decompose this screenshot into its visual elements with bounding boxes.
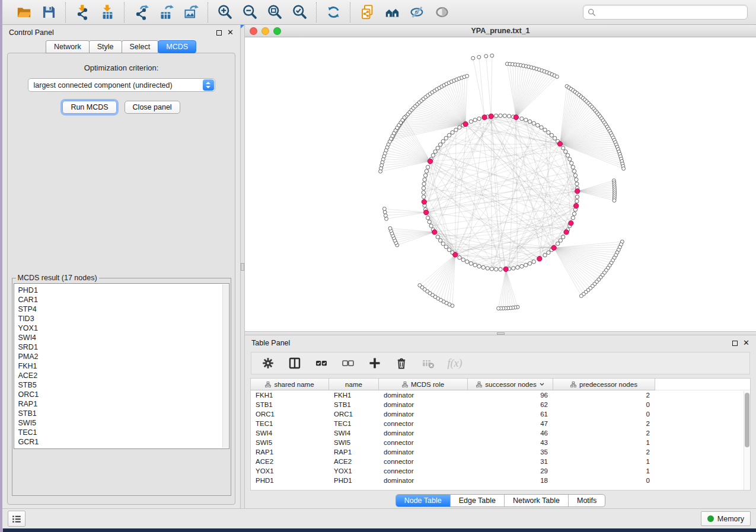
graph-node[interactable] <box>575 178 578 181</box>
zoom-fit-button[interactable] <box>265 3 284 22</box>
graph-node[interactable] <box>571 216 575 220</box>
split-columns-button[interactable] <box>287 355 302 371</box>
graph-node[interactable] <box>469 262 473 265</box>
graph-node[interactable] <box>571 165 575 169</box>
network-graph[interactable] <box>245 37 756 331</box>
graph-node[interactable] <box>473 118 477 121</box>
network-canvas[interactable] <box>245 37 756 331</box>
graph-node[interactable] <box>384 214 387 217</box>
graph-node-mcds[interactable] <box>432 230 437 235</box>
mcds-result-item[interactable]: STP4 <box>18 305 225 314</box>
column-header-shared_name[interactable]: shared name <box>251 379 329 390</box>
settings-button[interactable] <box>260 355 276 371</box>
table-scrollbar[interactable] <box>744 391 750 490</box>
import-network-button[interactable] <box>73 3 92 22</box>
graph-node[interactable] <box>528 262 531 265</box>
graph-node[interactable] <box>382 207 386 211</box>
table-tab-node-table[interactable]: Node Table <box>396 495 450 507</box>
graph-node[interactable] <box>613 198 616 202</box>
graph-node[interactable] <box>559 239 562 242</box>
minimize-window-button[interactable] <box>261 27 269 35</box>
graph-node[interactable] <box>499 114 502 117</box>
zoom-in-button[interactable] <box>215 3 234 22</box>
table-row[interactable]: FKH1FKH1dominator962 <box>251 390 750 400</box>
close-panel-action-button[interactable]: Close panel <box>125 101 180 114</box>
graph-node[interactable] <box>622 167 626 171</box>
graph-node-mcds[interactable] <box>453 252 458 257</box>
table-row[interactable]: SWI5SWI5connector431 <box>251 438 750 447</box>
graph-node[interactable] <box>465 260 469 264</box>
graph-node[interactable] <box>486 267 489 270</box>
zoom-window-button[interactable] <box>273 27 281 35</box>
graph-node[interactable] <box>572 212 576 216</box>
graph-node[interactable] <box>422 191 425 194</box>
mcds-result-item[interactable]: STB5 <box>18 380 225 390</box>
graph-node-mcds[interactable] <box>422 200 426 204</box>
mcds-result-list[interactable]: PHD1CAR1STP4TID3YOX1SWI4SRD1PMA2FKH1ACE2… <box>14 283 229 449</box>
graph-node-mcds[interactable] <box>574 203 579 208</box>
graph-node[interactable] <box>403 116 406 119</box>
graph-node[interactable] <box>444 136 448 140</box>
export-network-button[interactable] <box>132 3 151 22</box>
task-history-button[interactable] <box>8 511 25 527</box>
graph-node-mcds[interactable] <box>575 188 580 193</box>
table-tab-motifs[interactable]: Motifs <box>568 495 605 507</box>
mcds-result-item[interactable]: YOX1 <box>18 323 225 333</box>
graph-node[interactable] <box>471 56 475 60</box>
select-all-button[interactable] <box>314 355 329 371</box>
table-row[interactable]: PHD1PHD1dominator180 <box>251 476 750 485</box>
graph-node[interactable] <box>422 182 426 185</box>
graph-node[interactable] <box>572 169 576 173</box>
graph-node[interactable] <box>490 267 493 271</box>
graph-node[interactable] <box>566 153 569 157</box>
graph-node[interactable] <box>573 174 577 177</box>
graph-node[interactable] <box>499 267 502 271</box>
network-overview-button[interactable] <box>382 3 401 22</box>
add-column-button[interactable] <box>367 355 382 371</box>
graph-node-mcds[interactable] <box>513 115 518 120</box>
table-row[interactable]: STB1STB1dominator620 <box>251 400 750 409</box>
graph-node[interactable] <box>423 174 427 177</box>
graph-node[interactable] <box>433 150 437 153</box>
table-tab-network-table[interactable]: Network Table <box>504 495 568 507</box>
tab-mcds[interactable]: MCDS <box>158 40 196 53</box>
graph-node[interactable] <box>570 161 573 165</box>
deselect-all-button[interactable] <box>340 355 356 371</box>
graph-node[interactable] <box>555 75 559 79</box>
graph-node[interactable] <box>532 121 535 125</box>
splitter-grip[interactable] <box>497 332 505 335</box>
graph-node[interactable] <box>553 136 556 140</box>
graph-node[interactable] <box>428 220 431 223</box>
table-row[interactable]: ORC1ORC1dominator610 <box>251 409 750 419</box>
mcds-result-item[interactable]: STB1 <box>18 409 225 418</box>
graph-node[interactable] <box>426 216 429 220</box>
mcds-result-item[interactable]: PMA2 <box>18 352 225 361</box>
graph-node[interactable] <box>484 55 488 58</box>
graph-node[interactable] <box>575 182 579 185</box>
graph-node[interactable] <box>422 186 425 190</box>
zoom-out-button[interactable] <box>240 3 259 22</box>
graph-node[interactable] <box>575 199 579 203</box>
graph-node[interactable] <box>547 251 550 254</box>
graph-node-mcds[interactable] <box>551 245 556 250</box>
graph-node[interactable] <box>429 224 433 227</box>
graph-node[interactable] <box>422 195 425 198</box>
graph-node[interactable] <box>438 239 442 242</box>
graph-node-mcds[interactable] <box>482 115 487 120</box>
zoom-selected-button[interactable] <box>290 3 309 22</box>
graph-node-mcds[interactable] <box>569 220 573 225</box>
graph-node[interactable] <box>473 263 477 267</box>
graph-node-mcds[interactable] <box>428 159 432 164</box>
mcds-result-item[interactable]: ORC1 <box>18 390 225 399</box>
graph-node-mcds[interactable] <box>424 210 429 214</box>
close-panel-button[interactable]: ✕ <box>227 30 234 36</box>
table-row[interactable]: YOX1YOX1connector291 <box>251 466 750 476</box>
graph-node[interactable] <box>444 245 448 248</box>
graph-node[interactable] <box>532 260 535 264</box>
run-mcds-button[interactable]: Run MCDS <box>62 101 116 114</box>
close-window-button[interactable] <box>250 27 257 35</box>
memory-button[interactable]: Memory <box>701 511 751 526</box>
graph-node[interactable] <box>562 146 565 150</box>
column-header-successor_nodes[interactable]: successor nodes <box>468 379 553 390</box>
apply-layout-button[interactable] <box>324 3 343 22</box>
